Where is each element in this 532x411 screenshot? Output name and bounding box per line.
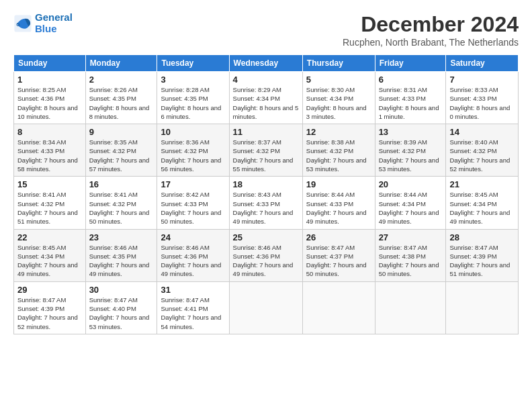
table-row: 10 Sunrise: 8:36 AM Sunset: 4:32 PM Dayl…: [157, 124, 229, 177]
day-detail: Sunrise: 8:46 AM Sunset: 4:35 PM Dayligh…: [89, 243, 154, 279]
day-detail: Sunrise: 8:41 AM Sunset: 4:32 PM Dayligh…: [89, 190, 154, 226]
day-number: 14: [449, 127, 515, 137]
title-area: December 2024 Rucphen, North Brabant, Th…: [343, 12, 519, 48]
header-monday: Monday: [85, 55, 157, 72]
header-sunday: Sunday: [14, 55, 86, 72]
day-detail: Sunrise: 8:43 AM Sunset: 4:33 PM Dayligh…: [233, 190, 299, 226]
day-number: 4: [233, 75, 299, 85]
day-detail: Sunrise: 8:35 AM Sunset: 4:32 PM Dayligh…: [89, 138, 154, 173]
table-row: 21 Sunrise: 8:45 AM Sunset: 4:34 PM Dayl…: [446, 177, 519, 229]
table-row: 6 Sunrise: 8:31 AM Sunset: 4:33 PM Dayli…: [375, 72, 446, 124]
day-number: 20: [379, 179, 443, 189]
table-row: 9 Sunrise: 8:35 AM Sunset: 4:32 PM Dayli…: [85, 124, 157, 177]
day-detail: Sunrise: 8:37 AM Sunset: 4:32 PM Dayligh…: [233, 138, 299, 173]
logo: G General Blue: [13, 12, 73, 34]
calendar-week-row: 29 Sunrise: 8:47 AM Sunset: 4:39 PM Dayl…: [14, 281, 519, 334]
table-row: 1 Sunrise: 8:25 AM Sunset: 4:36 PM Dayli…: [14, 72, 86, 124]
day-number: 1: [17, 75, 82, 85]
calendar-week-row: 8 Sunrise: 8:34 AM Sunset: 4:33 PM Dayli…: [14, 124, 519, 177]
day-number: 27: [379, 232, 443, 242]
calendar-week-row: 15 Sunrise: 8:41 AM Sunset: 4:32 PM Dayl…: [14, 177, 519, 229]
day-number: 17: [161, 179, 225, 189]
day-detail: Sunrise: 8:29 AM Sunset: 4:34 PM Dayligh…: [233, 85, 299, 121]
table-row: 23 Sunrise: 8:46 AM Sunset: 4:35 PM Dayl…: [85, 229, 157, 281]
day-detail: Sunrise: 8:47 AM Sunset: 4:38 PM Dayligh…: [379, 243, 443, 279]
day-detail: Sunrise: 8:25 AM Sunset: 4:36 PM Dayligh…: [17, 85, 82, 121]
header-thursday: Thursday: [302, 55, 375, 72]
day-number: 6: [379, 75, 443, 85]
day-number: 25: [233, 232, 299, 242]
day-number: 5: [306, 75, 371, 85]
day-number: 21: [449, 179, 515, 189]
page: G General Blue December 2024 Rucphen, No…: [0, 0, 532, 341]
day-number: 31: [161, 285, 225, 295]
table-row: [302, 281, 375, 334]
day-number: 29: [17, 285, 82, 295]
day-number: 24: [161, 232, 225, 242]
day-number: 13: [379, 127, 443, 137]
day-detail: Sunrise: 8:30 AM Sunset: 4:34 PM Dayligh…: [306, 85, 371, 121]
day-detail: Sunrise: 8:33 AM Sunset: 4:33 PM Dayligh…: [449, 85, 515, 121]
table-row: 5 Sunrise: 8:30 AM Sunset: 4:34 PM Dayli…: [302, 72, 375, 124]
table-row: 28 Sunrise: 8:47 AM Sunset: 4:39 PM Dayl…: [446, 229, 519, 281]
day-number: 12: [306, 127, 371, 137]
day-detail: Sunrise: 8:39 AM Sunset: 4:32 PM Dayligh…: [379, 138, 443, 173]
day-number: 9: [89, 127, 154, 137]
day-number: 28: [449, 232, 515, 242]
day-number: 8: [17, 127, 82, 137]
table-row: 12 Sunrise: 8:38 AM Sunset: 4:32 PM Dayl…: [302, 124, 375, 177]
logo-text: General Blue: [35, 12, 73, 34]
table-row: 15 Sunrise: 8:41 AM Sunset: 4:32 PM Dayl…: [14, 177, 86, 229]
day-detail: Sunrise: 8:44 AM Sunset: 4:34 PM Dayligh…: [379, 190, 443, 226]
day-number: 26: [306, 232, 371, 242]
day-detail: Sunrise: 8:47 AM Sunset: 4:41 PM Dayligh…: [161, 295, 225, 331]
table-row: [375, 281, 446, 334]
table-row: 3 Sunrise: 8:28 AM Sunset: 4:35 PM Dayli…: [157, 72, 229, 124]
day-detail: Sunrise: 8:28 AM Sunset: 4:35 PM Dayligh…: [161, 85, 225, 121]
day-number: 15: [17, 179, 82, 189]
table-row: 20 Sunrise: 8:44 AM Sunset: 4:34 PM Dayl…: [375, 177, 446, 229]
day-number: 18: [233, 179, 299, 189]
day-detail: Sunrise: 8:34 AM Sunset: 4:33 PM Dayligh…: [17, 138, 82, 173]
table-row: 25 Sunrise: 8:46 AM Sunset: 4:36 PM Dayl…: [229, 229, 302, 281]
table-row: 27 Sunrise: 8:47 AM Sunset: 4:38 PM Dayl…: [375, 229, 446, 281]
day-number: 11: [233, 127, 299, 137]
table-row: 17 Sunrise: 8:42 AM Sunset: 4:33 PM Dayl…: [157, 177, 229, 229]
table-row: 30 Sunrise: 8:47 AM Sunset: 4:40 PM Dayl…: [85, 281, 157, 334]
day-number: 10: [161, 127, 225, 137]
header-saturday: Saturday: [446, 55, 519, 72]
table-row: 31 Sunrise: 8:47 AM Sunset: 4:41 PM Dayl…: [157, 281, 229, 334]
day-detail: Sunrise: 8:46 AM Sunset: 4:36 PM Dayligh…: [161, 243, 225, 279]
table-row: 26 Sunrise: 8:47 AM Sunset: 4:37 PM Dayl…: [302, 229, 375, 281]
day-number: 7: [449, 75, 515, 85]
day-detail: Sunrise: 8:31 AM Sunset: 4:33 PM Dayligh…: [379, 85, 443, 121]
header-wednesday: Wednesday: [229, 55, 302, 72]
day-number: 16: [89, 179, 154, 189]
svg-text:G: G: [16, 21, 20, 26]
table-row: 11 Sunrise: 8:37 AM Sunset: 4:32 PM Dayl…: [229, 124, 302, 177]
table-row: 19 Sunrise: 8:44 AM Sunset: 4:33 PM Dayl…: [302, 177, 375, 229]
day-detail: Sunrise: 8:47 AM Sunset: 4:37 PM Dayligh…: [306, 243, 371, 279]
day-detail: Sunrise: 8:41 AM Sunset: 4:32 PM Dayligh…: [17, 190, 82, 226]
calendar-table: Sunday Monday Tuesday Wednesday Thursday…: [13, 54, 519, 334]
day-detail: Sunrise: 8:46 AM Sunset: 4:36 PM Dayligh…: [233, 243, 299, 279]
day-number: 19: [306, 179, 371, 189]
day-number: 30: [89, 285, 154, 295]
table-row: [446, 281, 519, 334]
day-detail: Sunrise: 8:36 AM Sunset: 4:32 PM Dayligh…: [161, 138, 225, 173]
table-row: 22 Sunrise: 8:45 AM Sunset: 4:34 PM Dayl…: [14, 229, 86, 281]
day-detail: Sunrise: 8:47 AM Sunset: 4:39 PM Dayligh…: [449, 243, 515, 279]
day-detail: Sunrise: 8:45 AM Sunset: 4:34 PM Dayligh…: [449, 190, 515, 226]
logo-icon: G: [13, 14, 32, 33]
table-row: [229, 281, 302, 334]
header-friday: Friday: [375, 55, 446, 72]
day-detail: Sunrise: 8:47 AM Sunset: 4:39 PM Dayligh…: [17, 295, 82, 331]
table-row: 16 Sunrise: 8:41 AM Sunset: 4:32 PM Dayl…: [85, 177, 157, 229]
table-row: 24 Sunrise: 8:46 AM Sunset: 4:36 PM Dayl…: [157, 229, 229, 281]
table-row: 4 Sunrise: 8:29 AM Sunset: 4:34 PM Dayli…: [229, 72, 302, 124]
logo-line1: General: [35, 11, 73, 23]
day-number: 22: [17, 232, 82, 242]
table-row: 13 Sunrise: 8:39 AM Sunset: 4:32 PM Dayl…: [375, 124, 446, 177]
table-row: 2 Sunrise: 8:26 AM Sunset: 4:35 PM Dayli…: [85, 72, 157, 124]
day-detail: Sunrise: 8:45 AM Sunset: 4:34 PM Dayligh…: [17, 243, 82, 279]
